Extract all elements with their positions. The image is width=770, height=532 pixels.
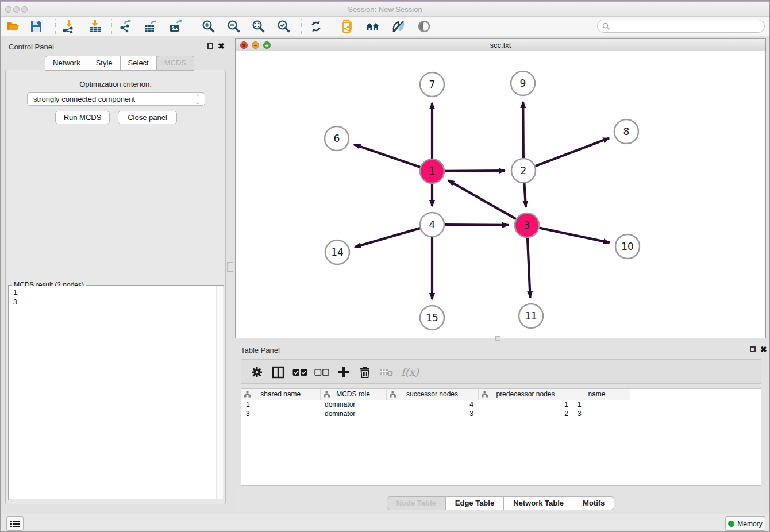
zoom-out-button[interactable] (226, 19, 241, 34)
memory-button[interactable]: Memory (725, 516, 765, 531)
table-cell[interactable]: 1 (573, 400, 621, 409)
table-panel-close-button[interactable]: ✖ (760, 345, 767, 354)
tab-motifs[interactable]: Motifs (573, 496, 614, 510)
edge-1-6[interactable] (354, 144, 421, 167)
table-cell[interactable]: 1 (478, 400, 573, 409)
search-input[interactable] (613, 21, 762, 32)
table-settings-button[interactable] (249, 364, 265, 380)
edge-2-9[interactable] (523, 102, 523, 159)
import-table-button[interactable] (88, 19, 103, 34)
column-type-icon (390, 391, 396, 398)
column-header-predecessor-nodes[interactable]: predecessor nodes (478, 389, 573, 400)
edge-2-8[interactable] (535, 138, 609, 166)
refresh-layout-button[interactable] (309, 19, 324, 34)
graph-node-8[interactable]: 8 (614, 119, 638, 144)
column-header-MCDS-role[interactable]: MCDS role (320, 389, 386, 400)
network-canvas-svg[interactable]: 7968124314101511 (236, 51, 765, 338)
edge-3-10[interactable] (539, 228, 610, 242)
home-icon (365, 20, 380, 33)
column-header-name[interactable]: name (573, 389, 621, 400)
tab-select[interactable]: Select (121, 56, 157, 71)
tab-style[interactable]: Style (88, 56, 121, 71)
close-panel-button[interactable]: Close panel (118, 111, 177, 124)
select-all-button[interactable] (292, 364, 308, 380)
mcds-result-scrollbar[interactable] (216, 286, 223, 499)
table-row[interactable]: 1dominator411 (241, 400, 630, 409)
graph-node-15[interactable]: 15 (420, 306, 444, 330)
table-row[interactable]: 3dominator323 (241, 409, 630, 418)
table-cell[interactable]: 1 (241, 400, 320, 409)
graph-node-2[interactable]: 2 (511, 159, 536, 183)
import-network-button[interactable] (61, 19, 76, 34)
add-row-button[interactable] (336, 364, 352, 380)
run-mcds-button[interactable]: Run MCDS (55, 111, 110, 124)
table-cell[interactable]: 3 (386, 409, 478, 418)
apply-function-button[interactable]: f(x) (399, 364, 421, 380)
zoom-selected-icon (277, 20, 291, 33)
edge-4-14[interactable] (355, 228, 421, 247)
export-network-button[interactable] (118, 19, 133, 34)
graph-node-1[interactable]: 1 (420, 159, 444, 183)
node-label: 4 (429, 219, 436, 230)
delete-row-button[interactable] (357, 364, 373, 380)
delete-table-button[interactable] (378, 364, 394, 380)
node-label: 9 (520, 78, 526, 89)
graph-node-7[interactable]: 7 (420, 72, 444, 97)
tab-network[interactable]: Network (45, 56, 88, 71)
node-table-container: shared nameMCDS rolesuccessor nodesprede… (241, 388, 761, 486)
zoom-in-button[interactable] (201, 19, 216, 34)
node-label: 10 (621, 241, 634, 252)
optimization-criterion-select[interactable]: strongly connected component ⌃⌄ (27, 92, 205, 106)
export-image-icon (169, 20, 183, 33)
edge-3-11[interactable] (528, 237, 530, 298)
table-cell[interactable]: 3 (241, 409, 320, 418)
tab-network-table[interactable]: Network Table (504, 496, 573, 510)
graph-node-4[interactable]: 4 (420, 213, 444, 237)
table-cell[interactable]: dominator (320, 400, 386, 409)
toolbar-separator (111, 19, 112, 34)
graph-node-11[interactable]: 11 (519, 304, 543, 328)
open-session-button[interactable] (6, 19, 21, 34)
zoom-fit-button[interactable] (251, 19, 266, 34)
function-icon: f(x) (399, 365, 421, 379)
left-splitter-grip[interactable] (227, 262, 233, 272)
graph-node-10[interactable]: 10 (615, 234, 640, 259)
table-cell[interactable]: 2 (478, 409, 573, 418)
graph-node-14[interactable]: 14 (325, 240, 349, 264)
graph-node-6[interactable]: 6 (325, 126, 349, 151)
control-panel-close-button[interactable]: ✖ (218, 41, 225, 51)
control-panel-float-button[interactable] (207, 43, 213, 49)
tab-edge-table[interactable]: Edge Table (446, 496, 504, 510)
zoom-selected-button[interactable] (276, 19, 291, 34)
edge-2-3[interactable] (524, 183, 526, 207)
tab-node-table[interactable]: Node Table (387, 496, 446, 510)
column-header-successor-nodes[interactable]: successor nodes (386, 389, 478, 400)
edge-3-1[interactable] (448, 180, 517, 219)
table-cell[interactable]: 4 (386, 400, 478, 409)
column-visibility-button[interactable] (270, 364, 286, 380)
graph-node-3[interactable]: 3 (515, 213, 539, 237)
home-button[interactable] (365, 19, 380, 34)
mcds-result-text[interactable]: 1 3 (9, 286, 216, 499)
save-session-button[interactable] (29, 19, 44, 34)
task-history-button[interactable] (6, 516, 24, 531)
bottom-splitter-grip[interactable] (495, 336, 500, 341)
show-hide-button[interactable] (417, 19, 432, 34)
export-table-button[interactable] (143, 19, 158, 34)
table-panel-float-button[interactable] (750, 346, 756, 352)
column-header-shared-name[interactable]: shared name (241, 389, 320, 400)
export-image-button[interactable] (168, 19, 183, 34)
table-cell[interactable]: 3 (573, 409, 621, 418)
edge-4-3[interactable] (444, 225, 509, 225)
tab-mcds[interactable]: MCDS (157, 56, 194, 71)
table-cell[interactable]: dominator (320, 409, 386, 418)
network-from-selection-button[interactable] (341, 19, 356, 34)
edge-1-2[interactable] (444, 171, 505, 171)
deselect-all-button[interactable] (314, 364, 330, 380)
toolbar-separator (195, 19, 195, 34)
graph-node-9[interactable]: 9 (511, 71, 535, 95)
mcds-panel: Optimization criterion: strongly connect… (5, 70, 226, 504)
show-hide-icon (417, 20, 431, 33)
network-window: ✕ − + scc.txt 7968124314101511 (235, 38, 766, 338)
apply-style-button[interactable] (391, 19, 406, 34)
